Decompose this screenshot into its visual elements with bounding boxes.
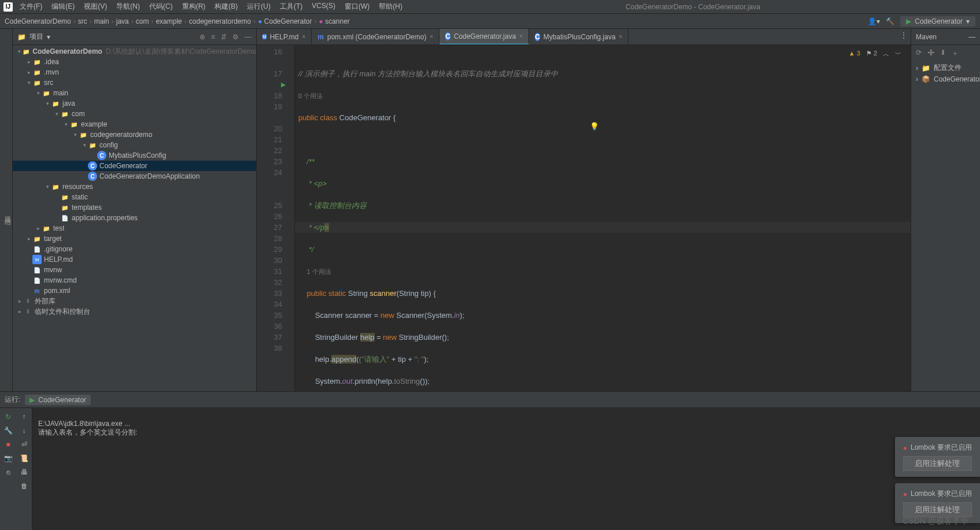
fold-gutter[interactable] bbox=[287, 45, 295, 391]
user-icon[interactable]: 👤▾ bbox=[868, 17, 880, 25]
editor-tab[interactable]: CMybatisPlusConfig.java× bbox=[529, 29, 628, 45]
close-icon[interactable]: × bbox=[619, 34, 623, 40]
menu-item[interactable]: 帮助(H) bbox=[376, 1, 405, 13]
menu-item[interactable]: 编辑(E) bbox=[49, 1, 77, 13]
menu-item[interactable]: 运行(U) bbox=[245, 1, 273, 13]
plus-icon[interactable]: ＋ bbox=[952, 49, 959, 58]
intention-bulb-icon[interactable]: 💡 bbox=[590, 121, 599, 132]
editor-tab[interactable]: CCodeGenerator.java× bbox=[439, 29, 529, 45]
menu-item[interactable]: VCS(S) bbox=[309, 1, 338, 13]
tree-node[interactable]: ▸📁target bbox=[13, 234, 256, 244]
run-tab[interactable]: ▶ CodeGenerator bbox=[25, 395, 91, 405]
enable-annotation-button[interactable]: 启用注解处理 bbox=[903, 456, 972, 471]
window-title: CodeGeneratorDemo - CodeGenerator.java bbox=[409, 3, 977, 11]
tree-node[interactable]: ▾📁example bbox=[13, 119, 256, 129]
menu-item[interactable]: 窗口(W) bbox=[342, 1, 372, 13]
run-line-marker-icon[interactable]: ▶ bbox=[281, 79, 286, 90]
breadcrumb-item[interactable]: ● CodeGenerator bbox=[258, 17, 312, 25]
tabs-overflow-icon[interactable]: ⋮ bbox=[900, 31, 907, 39]
clear-icon[interactable]: 🗑 bbox=[21, 482, 28, 490]
breadcrumb-item[interactable]: codegeneratordemo bbox=[189, 17, 251, 25]
stop-icon[interactable]: ■ bbox=[6, 440, 10, 449]
close-icon[interactable]: × bbox=[302, 34, 305, 40]
tree-node[interactable]: ▾📁main bbox=[13, 88, 256, 98]
build-icon[interactable]: 🔨 bbox=[886, 17, 894, 25]
close-icon[interactable]: × bbox=[519, 33, 523, 39]
menu-item[interactable]: 构建(B) bbox=[212, 1, 240, 13]
editor-gutter[interactable]: ▶ 16171819202122232425262728293031323334… bbox=[257, 45, 287, 391]
scroll-icon[interactable]: 📜 bbox=[20, 454, 28, 462]
tree-node[interactable]: ▸📁.idea bbox=[13, 57, 256, 67]
menu-item[interactable]: 工具(T) bbox=[278, 1, 305, 13]
tree-node[interactable]: CCodeGeneratorDemoApplication bbox=[13, 171, 256, 181]
chevron-up-icon[interactable]: ︿ bbox=[883, 50, 889, 58]
tree-node[interactable]: 📄.gitignore bbox=[13, 244, 256, 254]
exit-icon[interactable]: ⎋ bbox=[6, 468, 10, 476]
project-tree[interactable]: ▾📁CodeGeneratorDemoD:\系统默认\桌面\博客素材\CodeG… bbox=[13, 45, 256, 391]
tree-node[interactable]: 📄application.properties bbox=[13, 213, 256, 223]
project-root[interactable]: ▾📁CodeGeneratorDemoD:\系统默认\桌面\博客素材\CodeG… bbox=[13, 46, 256, 57]
down-icon[interactable]: ↓ bbox=[23, 427, 26, 435]
tree-node[interactable]: ▸⫴外部库 bbox=[13, 296, 256, 306]
tree-node[interactable]: 📄mvnw bbox=[13, 265, 256, 275]
breadcrumb-item[interactable]: CodeGeneratorDemo bbox=[5, 17, 71, 25]
menu-item[interactable]: 视图(V) bbox=[82, 1, 109, 13]
editor-tab[interactable]: mpom.xml (CodeGeneratorDemo)× bbox=[312, 29, 439, 45]
refresh-icon[interactable]: ⟳ bbox=[916, 49, 922, 58]
tool-window-stripe-left[interactable]: 项目 结构 bbox=[0, 29, 13, 391]
editor-tabs: MHELP.md×mpom.xml (CodeGeneratorDemo)×CC… bbox=[257, 29, 911, 45]
tree-node[interactable]: ▾📁java bbox=[13, 98, 256, 109]
tree-node[interactable]: 📁static bbox=[13, 192, 256, 202]
breadcrumb-item[interactable]: ● scanner bbox=[319, 17, 350, 25]
tree-node[interactable]: ▾📁com bbox=[13, 109, 256, 119]
inspection-widget[interactable]: ▲ 3 ⚑ 2 ︿ ﹀ bbox=[846, 49, 904, 60]
menu-item[interactable]: 导航(N) bbox=[114, 1, 142, 13]
breadcrumb-item[interactable]: com bbox=[136, 17, 149, 25]
tree-node[interactable]: mpom.xml bbox=[13, 286, 256, 296]
tree-node[interactable]: ▾📁src bbox=[13, 77, 256, 88]
maven-profiles-node[interactable]: ›📁配置文件 bbox=[911, 62, 980, 74]
run-tab-icon: ▶ bbox=[29, 396, 35, 404]
editor-tab[interactable]: MHELP.md× bbox=[257, 29, 312, 45]
enable-annotation-button[interactable]: 启用注解处理 bbox=[903, 502, 972, 517]
tree-node[interactable]: CMybatisPlusConfig bbox=[13, 150, 256, 161]
tree-node[interactable]: CCodeGenerator bbox=[13, 161, 256, 171]
menu-item[interactable]: 代码(C) bbox=[147, 1, 175, 13]
tree-node[interactable]: ▸📁test bbox=[13, 223, 256, 234]
expand-all-icon[interactable]: ≡ bbox=[211, 33, 215, 41]
close-icon[interactable]: × bbox=[430, 34, 433, 40]
up-icon[interactable]: ↑ bbox=[23, 413, 26, 421]
collapse-all-icon[interactable]: ⇵ bbox=[221, 33, 227, 41]
code-editor[interactable]: 💡 // 演示例子，执行 main 方法控制台输入模块表名回车自动生成对应项目目… bbox=[295, 45, 911, 391]
tree-node[interactable]: 📄mvnw.cmd bbox=[13, 275, 256, 286]
breadcrumb-item[interactable]: java bbox=[116, 17, 129, 25]
maven-project-node[interactable]: ›📦CodeGeneratorD bbox=[911, 74, 980, 84]
rerun-icon[interactable]: ↻ bbox=[5, 413, 11, 421]
menu-item[interactable]: 重构(R) bbox=[180, 1, 208, 13]
wrap-icon[interactable]: ⏎ bbox=[21, 440, 27, 449]
breadcrumb-item[interactable]: example bbox=[156, 17, 182, 25]
chevron-down-icon[interactable]: ﹀ bbox=[895, 50, 901, 58]
tree-node[interactable]: ▸📁.mvn bbox=[13, 67, 256, 77]
hide-icon[interactable]: — bbox=[968, 33, 975, 41]
tree-node[interactable]: ▾📁resources bbox=[13, 181, 256, 192]
hide-icon[interactable]: — bbox=[245, 33, 252, 41]
chevron-down-icon[interactable]: ▾ bbox=[47, 33, 50, 41]
tree-node[interactable]: ▸⫴临时文件和控制台 bbox=[13, 306, 256, 317]
tree-node[interactable]: MHELP.md bbox=[13, 254, 256, 265]
add-icon[interactable]: 🕂 bbox=[927, 49, 934, 58]
camera-icon[interactable]: 📷 bbox=[4, 454, 13, 462]
breadcrumb-item[interactable]: src bbox=[78, 17, 87, 25]
download-icon[interactable]: ⬇ bbox=[940, 49, 946, 58]
tree-node[interactable]: ▾📁config bbox=[13, 140, 256, 150]
tree-node[interactable]: 📁templates bbox=[13, 202, 256, 213]
tree-node[interactable]: ▾📁codegeneratordemo bbox=[13, 129, 256, 140]
wrench-icon[interactable]: 🔧 bbox=[4, 427, 13, 435]
menu-item[interactable]: 文件(F) bbox=[17, 1, 45, 13]
run-configuration-dropdown[interactable]: ▶ CodeGenerator ▾ bbox=[900, 16, 975, 27]
print-icon[interactable]: 🖶 bbox=[21, 468, 28, 476]
settings-icon[interactable]: ⚙ bbox=[232, 33, 239, 41]
breadcrumb-item[interactable]: main bbox=[94, 17, 109, 25]
select-opened-file-icon[interactable]: ⊕ bbox=[199, 33, 205, 41]
console-output[interactable]: E:\JAVA\jdk1.8\bin\java.exe ... 请输入表名，多个… bbox=[32, 408, 980, 530]
